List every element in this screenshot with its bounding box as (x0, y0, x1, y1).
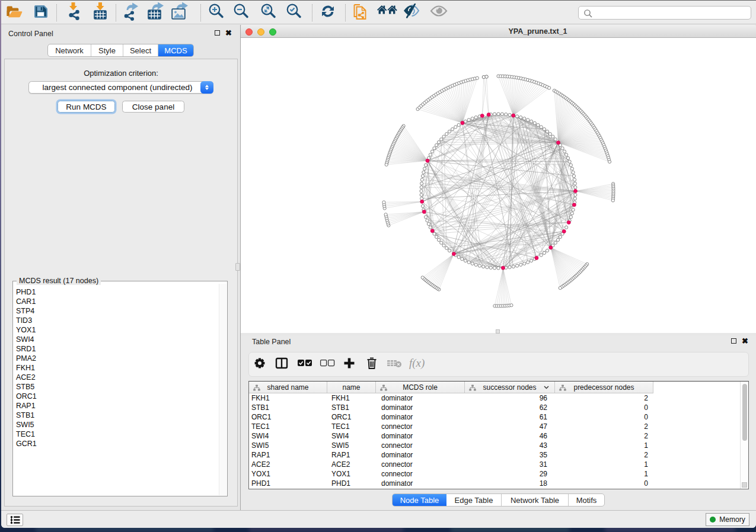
network-node[interactable] (476, 76, 479, 79)
network-node[interactable] (566, 156, 569, 159)
network-node[interactable] (382, 201, 385, 204)
result-list-item[interactable]: SWI5 (14, 420, 219, 430)
tab-node-table[interactable]: Node Table (393, 494, 446, 506)
network-node[interactable] (523, 117, 526, 120)
network-node[interactable] (570, 167, 573, 170)
network-node[interactable] (523, 262, 526, 265)
mcds-hub-node[interactable] (567, 220, 570, 224)
network-node[interactable] (510, 304, 513, 307)
network-window-titlebar[interactable]: YPA_prune.txt_1 (241, 25, 756, 38)
network-node[interactable] (457, 255, 460, 258)
result-list-item[interactable]: PHD1 (14, 287, 219, 297)
network-node[interactable] (556, 238, 559, 241)
table-row[interactable]: SWI5SWI5connector431 (249, 441, 740, 450)
network-node[interactable] (611, 199, 614, 202)
network-node[interactable] (385, 163, 388, 166)
network-node[interactable] (559, 235, 562, 238)
export-image-icon[interactable] (170, 2, 189, 23)
network-node[interactable] (440, 138, 443, 141)
network-node[interactable] (421, 276, 424, 279)
network-node[interactable] (505, 113, 508, 116)
network-node[interactable] (430, 150, 433, 153)
network-node[interactable] (568, 160, 571, 163)
network-node[interactable] (527, 261, 529, 264)
network-node[interactable] (437, 140, 440, 143)
delete-icon[interactable] (366, 357, 378, 372)
tab-edge-table[interactable]: Edge Table (446, 494, 502, 506)
network-node[interactable] (493, 267, 496, 270)
function-builder-icon[interactable]: f(x) (408, 356, 432, 373)
horizontal-divider-handle[interactable] (496, 329, 500, 334)
manage-networks-icon[interactable] (352, 2, 369, 23)
network-node[interactable] (573, 182, 576, 185)
network-node[interactable] (574, 193, 577, 196)
mcds-hub-node[interactable] (461, 121, 464, 125)
network-node[interactable] (427, 222, 430, 225)
network-node[interactable] (445, 246, 448, 249)
network-node[interactable] (519, 116, 522, 118)
optimization-criterion-select[interactable]: largest connected component (undirected) (28, 81, 213, 94)
network-node[interactable] (424, 216, 427, 219)
node-table[interactable]: shared namenameMCDS rolesuccessor nodesp… (248, 381, 749, 489)
table-row[interactable]: STB1STB1dominator620 (249, 403, 740, 412)
mcds-hub-node[interactable] (501, 266, 505, 270)
network-node[interactable] (515, 264, 518, 267)
network-node[interactable] (572, 175, 575, 178)
network-node[interactable] (529, 259, 532, 262)
result-list-item[interactable]: TID3 (14, 316, 219, 325)
result-list-item[interactable]: SRD1 (14, 344, 219, 354)
add-column-icon[interactable] (343, 357, 355, 371)
network-node[interactable] (433, 232, 436, 235)
network-node[interactable] (563, 150, 566, 153)
network-node[interactable] (420, 178, 423, 181)
network-node[interactable] (497, 113, 500, 116)
result-list-item[interactable]: CAR1 (14, 297, 219, 306)
sort-indicator-icon[interactable] (544, 386, 548, 389)
network-node[interactable] (548, 133, 551, 136)
network-node[interactable] (508, 265, 511, 268)
table-row[interactable]: SWI4SWI4dominator462 (249, 431, 740, 441)
search-input[interactable] (578, 6, 751, 20)
network-canvas[interactable] (241, 38, 756, 333)
network-node[interactable] (540, 254, 543, 257)
network-node[interactable] (437, 238, 440, 241)
table-row[interactable]: PHD1PHD1dominator180 (249, 479, 740, 488)
network-node[interactable] (471, 262, 474, 265)
network-node[interactable] (554, 138, 557, 141)
table-row[interactable]: ACE2ACE2connector311 (249, 460, 740, 469)
network-node[interactable] (489, 266, 492, 269)
network-node[interactable] (543, 127, 546, 130)
network-node[interactable] (561, 147, 564, 150)
tab-mcds[interactable]: MCDS (158, 44, 193, 56)
result-list-item[interactable]: ACE2 (14, 373, 219, 382)
result-list-item[interactable]: STB1 (14, 411, 219, 420)
result-list-item[interactable]: ORC1 (14, 392, 219, 401)
table-row[interactable]: TEC1TEC1connector472 (249, 422, 740, 431)
mcds-hub-node[interactable] (480, 114, 484, 117)
mcds-hub-node[interactable] (422, 210, 426, 213)
network-node[interactable] (384, 213, 387, 216)
table-scrollbar[interactable] (740, 382, 748, 489)
network-node[interactable] (569, 164, 572, 166)
zoom-selected-icon[interactable] (285, 2, 302, 23)
refresh-icon[interactable] (321, 4, 335, 21)
network-node[interactable] (426, 219, 429, 222)
result-list-item[interactable]: PMA2 (14, 354, 219, 363)
network-node[interactable] (572, 171, 575, 174)
table-row[interactable]: RAP1RAP1dominator352 (249, 450, 740, 460)
network-node[interactable] (429, 226, 432, 229)
network-node[interactable] (519, 263, 522, 266)
network-node[interactable] (608, 160, 611, 163)
network-node[interactable] (435, 143, 438, 146)
network-node[interactable] (497, 267, 500, 270)
network-node[interactable] (457, 123, 460, 126)
network-node[interactable] (573, 197, 576, 200)
network-node[interactable] (573, 178, 576, 181)
result-list-item[interactable]: YOX1 (14, 325, 219, 335)
network-node[interactable] (420, 186, 423, 189)
column-header-shared-name[interactable]: shared name (249, 382, 327, 393)
column-header-MCDS-role[interactable]: MCDS role (376, 382, 465, 393)
network-node[interactable] (546, 130, 548, 133)
tab-select[interactable]: Select (123, 44, 158, 56)
result-list-item[interactable]: RAP1 (14, 401, 219, 411)
